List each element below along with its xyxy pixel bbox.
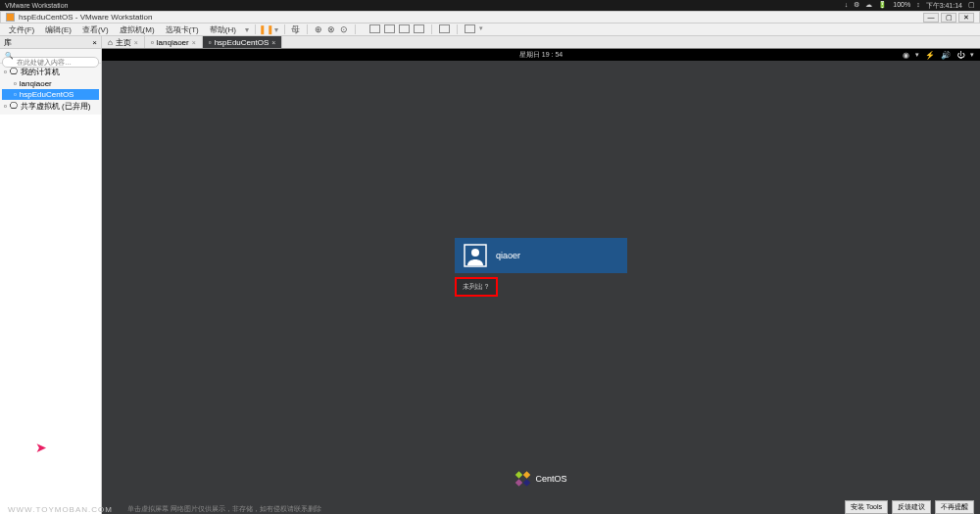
tab-home[interactable]: ⌂ 主页 × [102,36,145,48]
search-icon: 🔍 [5,52,14,60]
window-titlebar: hspEduCentOS - VMware Workstation — ▢ ✕ [0,11,980,23]
minimize-button[interactable]: — [923,13,939,23]
os-taskbar-tray: ↓ ⚙ ☁ 🔋 100% ↕ 下午3:41:14 ▢ [845,1,975,11]
menu-help[interactable]: 帮助(H) [206,24,240,35]
layout-icon[interactable] [414,24,424,33]
not-listed-button[interactable]: 未列出？ [455,277,498,297]
tree-vm-hspeducentos[interactable]: ▫ hspEduCentOS [2,89,99,100]
dropdown-icon[interactable]: ▾ [479,24,483,34]
menu-file[interactable]: 文件(F) [5,24,38,35]
pause-icon[interactable]: ❚❚ [262,24,271,34]
sidebar-search: 🔍 [0,49,101,64]
search-input[interactable] [2,57,99,68]
tab-bar: ⌂ 主页 × ▫ lanqiaoer × ▫ hspEduCentOS × [102,36,980,49]
footer-buttons: 安装 Tools 反馈建议 不再提醒 [845,500,974,514]
close-button[interactable]: ✕ [958,13,974,23]
sidebar-empty: ➤ [0,115,101,514]
shared-icon: 🖵 [10,102,18,111]
tray-clock[interactable]: 下午3:41:14 [926,1,962,11]
separator [457,24,458,34]
separator [284,24,285,34]
menu-tabs[interactable]: 选项卡(T) [162,24,203,35]
app-icon [6,13,15,22]
svg-rect-5 [523,479,531,487]
snapshot-icon[interactable]: ⊕ [314,24,323,34]
network-icon[interactable]: ⚡ [925,51,935,60]
close-icon[interactable]: × [134,39,138,46]
footer-hint: 单击虚拟屏幕 网络图片仅供展示，非存储，如有侵权请联系删除 [127,504,321,514]
gnome-status-area[interactable]: ◉ ▾ ⚡ 🔊 ⏻ ▾ [903,51,974,60]
window-title: hspEduCentOS - VMware Workstation [19,13,923,22]
menu-vm[interactable]: 虚拟机(M) [116,24,159,35]
gnome-topbar: 星期日 19 : 54 ◉ ▾ ⚡ 🔊 ⏻ ▾ [102,49,980,61]
tray-icon[interactable]: ⚙ [854,1,859,11]
centos-label: CentOS [535,474,566,484]
snapshot-manage-icon[interactable]: ⊗ [326,24,336,34]
menubar: 文件(F) 编辑(E) 查看(V) 虚拟机(M) 选项卡(T) 帮助(H) ▾ … [0,23,980,36]
tree-label: 共享虚拟机 (已弃用) [21,101,91,112]
expand-icon[interactable]: ▫ [4,102,7,111]
close-icon[interactable]: × [92,38,97,47]
fullscreen-icon[interactable] [439,24,450,33]
tray-icon[interactable]: ▢ [968,1,975,11]
vm-icon: ▫ [151,38,154,47]
tab-lanqiaoer[interactable]: ▫ lanqiaoer × [145,36,203,48]
volume-icon[interactable]: 🔊 [941,51,951,60]
svg-rect-4 [515,479,523,487]
centos-branding: CentOS [514,471,566,487]
svg-rect-3 [523,471,531,479]
menu-view[interactable]: 查看(V) [78,24,113,35]
tab-label: hspEduCentOS [215,38,270,47]
tray-icon[interactable]: ☁ [865,1,872,11]
vm-icon: ▫ [14,79,17,88]
main-area: 库 × 🔍 ▫ 🖵 我的计算机 ▫ lanqiaoer ▫ hspEduCent… [0,36,980,514]
power-icon[interactable]: ⏻ [956,51,964,60]
maximize-button[interactable]: ▢ [941,13,956,23]
vm-icon: ▫ [209,38,212,47]
dropdown-icon[interactable]: ▾ [245,25,249,34]
tab-hspeducentos[interactable]: ▫ hspEduCentOS × [203,36,283,48]
layout-icon[interactable] [369,24,380,33]
user-card[interactable]: qiaoer [455,238,627,273]
tray-icon[interactable]: ↕ [916,1,920,11]
login-panel: qiaoer 未列出？ [455,238,627,297]
tab-label: 主页 [116,37,131,48]
layout-icon[interactable] [399,24,410,33]
close-icon[interactable]: × [271,39,275,46]
gnome-clock[interactable]: 星期日 19 : 54 [519,50,563,60]
unity-icon[interactable] [465,24,475,33]
tray-icon[interactable]: ↓ [845,1,849,11]
dropdown-icon: ▾ [970,51,974,60]
separator [307,24,308,34]
tree-shared-vms[interactable]: ▫ 🖵 共享虚拟机 (已弃用) [2,100,99,113]
sidebar-title: 库 [4,37,92,48]
close-icon[interactable]: × [192,39,196,46]
dismiss-button[interactable]: 不再提醒 [935,500,974,514]
dropdown-icon[interactable]: ▾ [274,25,278,34]
content-area: ⌂ 主页 × ▫ lanqiaoer × ▫ hspEduCentOS × 星期… [102,36,980,514]
vm-tree: ▫ 🖵 我的计算机 ▫ lanqiaoer ▫ hspEduCentOS ▫ 🖵… [0,64,101,115]
centos-icon [514,471,530,487]
window-controls: — ▢ ✕ [923,13,974,23]
layout-icon[interactable] [384,24,395,33]
install-tools-button[interactable]: 安装 Tools [845,500,888,514]
tree-label: hspEduCentOS [20,90,74,99]
snapshot-revert-icon[interactable]: ⊙ [339,24,349,34]
svg-point-1 [471,249,479,257]
separator [255,24,256,34]
separator [355,24,356,34]
tray-icon[interactable]: 🔋 [878,1,887,11]
vm-display[interactable]: 星期日 19 : 54 ◉ ▾ ⚡ 🔊 ⏻ ▾ qiaoer 未列出？ [102,49,980,514]
send-icon[interactable]: 母 [291,24,301,34]
feedback-button[interactable]: 反馈建议 [892,500,931,514]
user-name: qiaoer [496,251,520,260]
dropdown-icon: ▾ [915,51,919,60]
tree-vm-lanqiaoer[interactable]: ▫ lanqiaoer [2,78,99,89]
avatar-icon [463,243,488,268]
menu-edit[interactable]: 编辑(E) [41,24,75,35]
accessibility-icon[interactable]: ◉ [903,51,909,60]
expand-icon[interactable]: ▫ [4,68,7,76]
cursor-icon: ➤ [35,440,47,455]
vm-icon: ▫ [14,90,17,99]
watermark: WWW.TOYMOBAN.COM [8,505,113,514]
